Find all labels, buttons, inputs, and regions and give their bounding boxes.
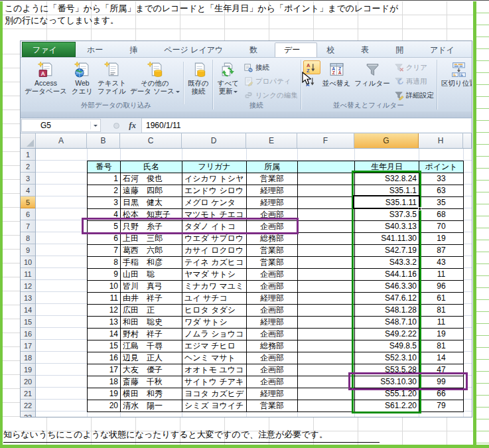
cell-kana[interactable]: シミズ ヨウイチ xyxy=(182,400,247,412)
cell-kana[interactable]: エンドウ シロウ xyxy=(182,185,247,197)
cell-kana[interactable]: メグロ ケンタ xyxy=(182,197,247,209)
cell-blank[interactable] xyxy=(298,400,355,412)
table-header-blank[interactable] xyxy=(298,161,355,173)
cell-birth[interactable]: S48.1.28 xyxy=(355,305,419,317)
cell-points[interactable]: 11 xyxy=(419,317,464,329)
row-header-6[interactable]: 6 xyxy=(21,208,35,220)
cell-dept[interactable]: 企画部 xyxy=(247,305,298,317)
cell-blank[interactable] xyxy=(298,245,355,257)
cell-birth[interactable]: S49.8.5 xyxy=(355,340,419,352)
cell-name[interactable]: 目黒 健太 xyxy=(121,197,182,209)
refresh-all-button[interactable]: すべて更新 xyxy=(215,60,242,98)
table-header-name[interactable]: 氏名 xyxy=(121,161,182,173)
row-header-13[interactable]: 13 xyxy=(21,292,35,304)
cell-blank[interactable] xyxy=(298,352,355,364)
row-header-23[interactable]: 23 xyxy=(21,411,35,417)
cell-name[interactable]: 大友 優子 xyxy=(121,364,182,376)
row-header-10[interactable]: 10 xyxy=(21,256,35,268)
row-header-3[interactable]: 3 xyxy=(21,173,35,185)
column-header-E[interactable]: E xyxy=(246,133,297,148)
column-header-B[interactable]: B xyxy=(87,133,120,148)
cell-birth[interactable]: S40.3.13 xyxy=(355,221,419,233)
cell-dept[interactable]: 企画部 xyxy=(247,364,298,376)
cell-dept[interactable]: 企画部 xyxy=(247,281,298,293)
column-header-F[interactable]: F xyxy=(297,133,354,148)
cell-blank[interactable] xyxy=(298,388,355,400)
cell-kana[interactable]: マツモト チエコ xyxy=(182,209,247,221)
column-header-C[interactable]: C xyxy=(120,133,182,148)
cell-points[interactable]: 79 xyxy=(419,400,464,412)
cell-num[interactable]: 15 xyxy=(88,340,121,352)
cell-birth[interactable]: S47.6.12 xyxy=(355,293,419,305)
cell-blank[interactable] xyxy=(298,221,355,233)
cell-birth[interactable]: S37.3.5 xyxy=(355,209,419,221)
cell-blank[interactable] xyxy=(298,209,355,221)
cell-name[interactable]: 清水 陽一 xyxy=(121,400,182,412)
text-to-columns-button[interactable]: 区切り位置 xyxy=(439,60,472,98)
row-header-14[interactable]: 14 xyxy=(21,304,35,316)
cell-num[interactable]: 16 xyxy=(88,352,121,364)
cell-name[interactable]: 野村 祥子 xyxy=(121,329,182,340)
text-file-button[interactable]: テキストファイル xyxy=(96,60,128,98)
cell-name[interactable]: 和田 聡史 xyxy=(121,317,182,329)
cell-kana[interactable]: ヘンミ マサト xyxy=(182,352,247,364)
row-header-11[interactable]: 11 xyxy=(21,268,35,280)
cell-kana[interactable]: オオトモ ユウコ xyxy=(182,364,247,376)
cell-kana[interactable]: ノムラ ショウコ xyxy=(182,329,247,340)
cell-birth[interactable]: S42.7.19 xyxy=(355,245,419,257)
tab-review[interactable]: 校閲 xyxy=(317,42,352,57)
cell-num[interactable]: 19 xyxy=(88,388,121,400)
row-header-1[interactable]: 1 xyxy=(21,149,35,161)
row-header-21[interactable]: 21 xyxy=(21,388,35,400)
cell-kana[interactable]: ミナカワ マユミ xyxy=(182,281,247,293)
cell-dept[interactable]: 営業部 xyxy=(247,173,298,185)
cell-num[interactable]: 12 xyxy=(88,305,121,317)
column-header-D[interactable]: D xyxy=(182,133,246,148)
cell-blank[interactable] xyxy=(298,305,355,317)
cell-dept[interactable]: 企画部 xyxy=(247,352,298,364)
cell-birth[interactable]: S35.1.1 xyxy=(355,185,419,197)
cell-dept[interactable]: 営業部 xyxy=(247,245,298,257)
cell-points[interactable]: 70 xyxy=(419,221,464,233)
cell-num[interactable]: 18 xyxy=(88,376,121,388)
cell-points[interactable]: 43 xyxy=(419,257,464,269)
cell-name[interactable]: 皆川 真弓 xyxy=(121,281,182,293)
other-sources-button[interactable]: その他のデータ ソース xyxy=(128,60,182,98)
cell-kana[interactable]: イシカワ トシヤ xyxy=(182,173,247,185)
cell-birth[interactable]: S46.3.30 xyxy=(355,281,419,293)
tab-insert[interactable]: 挿入 xyxy=(120,42,155,57)
properties-button[interactable]: プロパティ xyxy=(242,74,300,88)
cell-dept[interactable]: 経理部 xyxy=(247,197,298,209)
table-header-birth[interactable]: 生年月日 xyxy=(355,161,419,173)
cell-blank[interactable] xyxy=(298,257,355,269)
cell-dept[interactable]: 企画部 xyxy=(247,329,298,340)
row-header-8[interactable]: 8 xyxy=(21,232,35,244)
cell-num[interactable]: 5 xyxy=(88,221,121,233)
name-box[interactable]: G5 xyxy=(21,119,101,132)
cell-dept[interactable]: 総務部 xyxy=(247,340,298,352)
insert-function-button[interactable]: fx xyxy=(101,118,142,133)
row-header-7[interactable]: 7 xyxy=(21,220,35,232)
cell-num[interactable]: 6 xyxy=(88,233,121,245)
cell-dept[interactable]: 経理部 xyxy=(247,293,298,305)
cell-dept[interactable]: 経理部 xyxy=(247,185,298,197)
cell-kana[interactable]: タダノ イトコ xyxy=(182,221,247,233)
cell-birth[interactable]: S53.10.30 xyxy=(355,376,419,388)
cell-blank[interactable] xyxy=(298,197,355,209)
cell-name[interactable]: 江島 千尋 xyxy=(121,340,182,352)
cell-points[interactable]: 66 xyxy=(419,388,464,400)
cell-points[interactable]: 68 xyxy=(419,209,464,221)
advanced-button[interactable]: 詳細設定 xyxy=(392,88,436,102)
row-header-17[interactable]: 17 xyxy=(21,340,35,352)
cell-blank[interactable] xyxy=(298,185,355,197)
cell-kana[interactable]: エジマ チヒロ xyxy=(182,340,247,352)
cell-name[interactable]: 横田 和秀 xyxy=(121,388,182,400)
cell-dept[interactable]: 企画部 xyxy=(247,376,298,388)
sort-desc-button[interactable]: ZA xyxy=(303,74,320,88)
cell-kana[interactable]: ヤマダ サトシ xyxy=(182,269,247,281)
sort-asc-button[interactable]: AZ xyxy=(303,60,320,74)
tab-developer[interactable]: 開発 xyxy=(386,42,421,57)
cell-name[interactable]: 上田 三郎 xyxy=(121,233,182,245)
cell-points[interactable]: 63 xyxy=(419,185,464,197)
row-header-15[interactable]: 15 xyxy=(21,316,35,328)
